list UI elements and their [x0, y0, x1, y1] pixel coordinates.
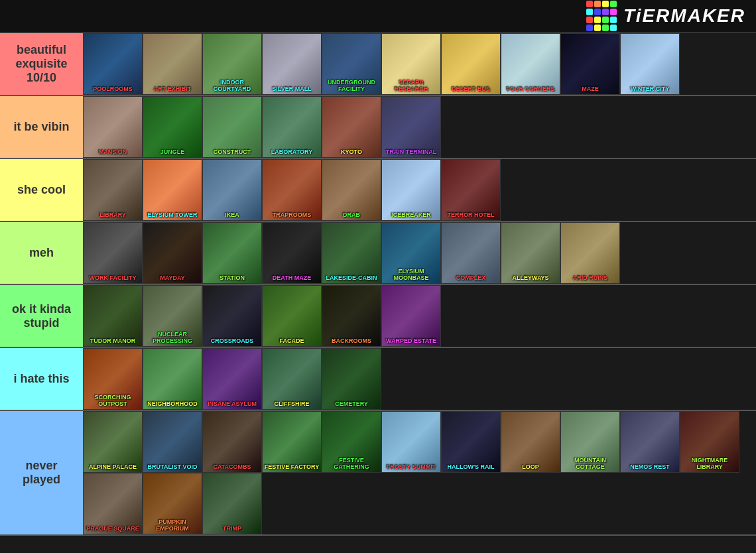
- map-card-kyoto[interactable]: KYOTO: [322, 96, 381, 158]
- map-label: TUDOR MANOR: [84, 338, 142, 345]
- map-label: LAKESIDE-CABIN: [322, 275, 381, 282]
- map-label: TRAIN TERMINAL: [382, 149, 440, 156]
- map-card-warped-estate[interactable]: WARPED ESTATE: [381, 285, 441, 347]
- map-card-arid-ruins[interactable]: ARID RUINS: [560, 222, 620, 284]
- map-card-complex[interactable]: COMPLEX: [441, 222, 501, 284]
- map-card-catacombs[interactable]: CATACOMBS: [202, 411, 262, 473]
- tier-items-vibin: MANSIONJUNGLECONSTRUCTLABORATORYKYOTOTRA…: [83, 96, 756, 158]
- map-label: MAZE: [561, 86, 619, 93]
- map-label: WORK FACILITY: [84, 275, 142, 282]
- tier-items-kinda: TUDOR MANORNUCLEAR PROCESSINGCROSSROADSF…: [83, 285, 756, 347]
- map-card-insane-asylum[interactable]: INSANE ASYLUM: [202, 348, 262, 410]
- map-label: SERAPH RESEARCH: [382, 80, 440, 93]
- map-card-art-exhibit[interactable]: ART EXHIBIT: [143, 33, 202, 95]
- map-card-nuclear-processing[interactable]: NUCLEAR PROCESSING: [143, 285, 202, 347]
- map-card-construct[interactable]: CONSTRUCT: [202, 96, 262, 158]
- map-label: CEMETERY: [322, 401, 381, 408]
- map-card-cliffshire[interactable]: CLIFFSHIRE: [262, 348, 322, 410]
- map-card-alpine-palace[interactable]: ALPINE PALACE: [83, 411, 143, 473]
- map-label: ALPINE PALACE: [84, 464, 142, 471]
- map-card-loop[interactable]: LOOP: [501, 411, 560, 473]
- map-card-tudor-manor[interactable]: TUDOR MANOR: [83, 285, 143, 347]
- map-label: SILVER MALL: [263, 86, 321, 93]
- logo-cell-15: [610, 25, 617, 31]
- map-label: TERROR HOTEL: [442, 212, 500, 219]
- map-label: CROSSROADS: [203, 338, 261, 345]
- map-card-elysium-moonbase[interactable]: ELYSIUM MOONBASE: [381, 222, 441, 284]
- tiermaker-logo: TiERMAKER: [586, 1, 745, 31]
- header: TiERMAKER: [0, 0, 756, 33]
- map-label: MOUNTAIN COTTAGE: [561, 458, 619, 471]
- map-card-silver-mall[interactable]: SILVER MALL: [262, 33, 322, 95]
- map-card-death-maze[interactable]: DEATH MAZE: [262, 222, 322, 284]
- logo-cell-10: [602, 17, 609, 23]
- map-label: BRUTALIST VOID: [143, 464, 202, 471]
- tier-row-meh: mehWORK FACILITYMAYDAYSTATIONDEATH MAZEL…: [0, 222, 756, 285]
- map-card-crossroads[interactable]: CROSSROADS: [202, 285, 262, 347]
- map-card-pumpkin-emporium[interactable]: PUMPKIN EMPORIUM: [143, 473, 202, 534]
- map-card-poolrooms[interactable]: POOLROOMS: [83, 33, 143, 95]
- map-card-indoor-courtyard[interactable]: INDOOR COURTYARD: [202, 33, 262, 95]
- map-card-laboratory[interactable]: LABORATORY: [262, 96, 322, 158]
- map-card-mountain-cottage[interactable]: MOUNTAIN COTTAGE: [560, 411, 620, 473]
- map-card-winter-city[interactable]: WINTER CITY: [620, 33, 680, 95]
- map-card-lakeside-cabin[interactable]: LAKESIDE-CABIN: [322, 222, 381, 284]
- map-card-station[interactable]: STATION: [202, 222, 262, 284]
- map-card-prague-square[interactable]: PRAGUE SQUARE: [83, 473, 143, 534]
- map-card-scorching-outpost[interactable]: SCORCHING OUTPOST: [83, 348, 143, 410]
- map-card-work-facility[interactable]: WORK FACILITY: [83, 222, 143, 284]
- map-card-festive-gathering[interactable]: FESTIVE GATHERING: [322, 411, 381, 473]
- map-card-nemos-rest[interactable]: NEMOS REST: [620, 411, 680, 473]
- tier-label-never: never played: [0, 411, 83, 534]
- logo-cell-4: [586, 9, 593, 15]
- map-label: PUMPKIN EMPORIUM: [143, 519, 202, 532]
- tier-label-meh: meh: [0, 222, 83, 284]
- logo-cell-1: [594, 1, 601, 7]
- map-card-trimp[interactable]: TRIMP: [202, 473, 262, 534]
- map-label: FOUR CORNERS: [501, 86, 560, 93]
- logo-cell-9: [594, 17, 601, 23]
- map-card-jungle[interactable]: JUNGLE: [143, 96, 202, 158]
- map-card-icebreaker[interactable]: ICEBREAKER: [381, 159, 441, 221]
- map-label: TRAPROOMS: [263, 212, 321, 219]
- map-label: FROSTY SUMMIT: [382, 464, 440, 471]
- map-card-hallow-s-rail[interactable]: HALLOW'S RAIL: [441, 411, 501, 473]
- map-label: HALLOW'S RAIL: [442, 464, 500, 471]
- map-label: COMPLEX: [442, 275, 500, 282]
- map-label: PRAGUE SQUARE: [84, 526, 142, 532]
- map-label: ALLEYWAYS: [501, 275, 560, 282]
- map-card-seraph-research[interactable]: SERAPH RESEARCH: [381, 33, 441, 95]
- logo-grid-icon: [586, 1, 617, 31]
- map-card-ikea[interactable]: IKEA: [202, 159, 262, 221]
- map-label: FESTIVE GATHERING: [322, 458, 381, 471]
- map-card-traprooms[interactable]: TRAPROOMS: [262, 159, 322, 221]
- map-card-nightmare-library[interactable]: NIGHTMARE LIBRARY: [680, 411, 739, 473]
- map-label: CATACOMBS: [203, 464, 261, 471]
- tier-row-cool: she coolLIBRARYELYSIUM TOWERIKEATRAPROOM…: [0, 159, 756, 222]
- map-label: LOOP: [501, 464, 560, 471]
- map-card-underground-facility[interactable]: UNDERGROUND FACILITY: [322, 33, 381, 95]
- map-card-desert-bus[interactable]: DESERT BUS: [441, 33, 501, 95]
- tier-label-cool: she cool: [0, 159, 83, 221]
- map-card-festive-factory[interactable]: FESTIVE FACTORY: [262, 411, 322, 473]
- map-card-brutalist-void[interactable]: BRUTALIST VOID: [143, 411, 202, 473]
- map-card-drab[interactable]: DRAB: [322, 159, 381, 221]
- tier-row-hate: i hate thisSCORCHING OUTPOSTNEIGHBORHOOD…: [0, 348, 756, 411]
- map-card-mansion[interactable]: MANSION: [83, 96, 143, 158]
- map-card-elysium-tower[interactable]: ELYSIUM TOWER: [143, 159, 202, 221]
- map-card-mayday[interactable]: MAYDAY: [143, 222, 202, 284]
- map-card-maze[interactable]: MAZE: [560, 33, 620, 95]
- map-card-backrooms[interactable]: BACKROOMS: [322, 285, 381, 347]
- tier-items-meh: WORK FACILITYMAYDAYSTATIONDEATH MAZELAKE…: [83, 222, 756, 284]
- map-card-facade[interactable]: FACADE: [262, 285, 322, 347]
- map-card-neighborhood[interactable]: NEIGHBORHOOD: [143, 348, 202, 410]
- map-card-train-terminal[interactable]: TRAIN TERMINAL: [381, 96, 441, 158]
- map-card-terror-hotel[interactable]: TERROR HOTEL: [441, 159, 501, 221]
- map-card-cemetery[interactable]: CEMETERY: [322, 348, 381, 410]
- map-card-four-corners[interactable]: FOUR CORNERS: [501, 33, 560, 95]
- map-card-frosty-summit[interactable]: FROSTY SUMMIT: [381, 411, 441, 473]
- map-card-alleyways[interactable]: ALLEYWAYS: [501, 222, 560, 284]
- map-label: POOLROOMS: [84, 86, 142, 93]
- map-card-library[interactable]: LIBRARY: [83, 159, 143, 221]
- map-label: IKEA: [203, 212, 261, 219]
